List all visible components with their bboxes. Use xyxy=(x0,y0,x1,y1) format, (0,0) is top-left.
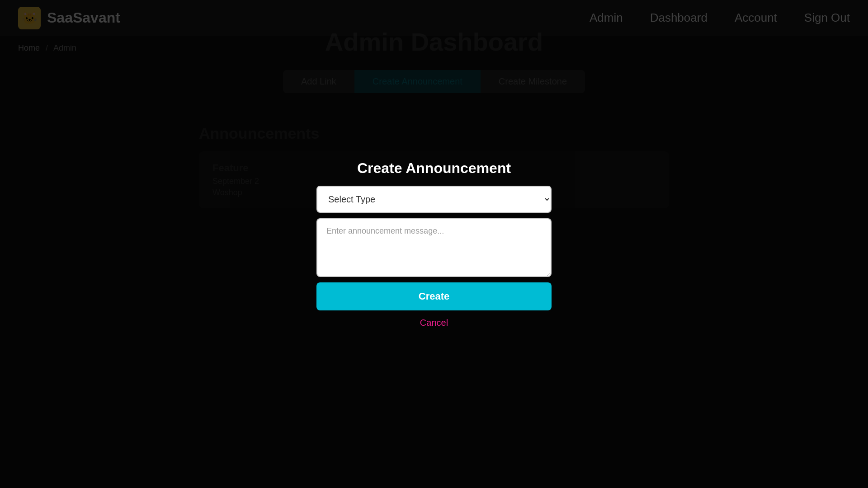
create-announcement-modal: Create Announcement Select Type Feature … xyxy=(316,160,552,328)
modal-title: Create Announcement xyxy=(357,160,511,177)
create-button[interactable]: Create xyxy=(316,282,552,310)
type-select[interactable]: Select Type Feature Update Maintenance B… xyxy=(316,186,552,213)
cancel-link[interactable]: Cancel xyxy=(420,318,448,328)
announcement-message-input[interactable] xyxy=(316,218,552,277)
